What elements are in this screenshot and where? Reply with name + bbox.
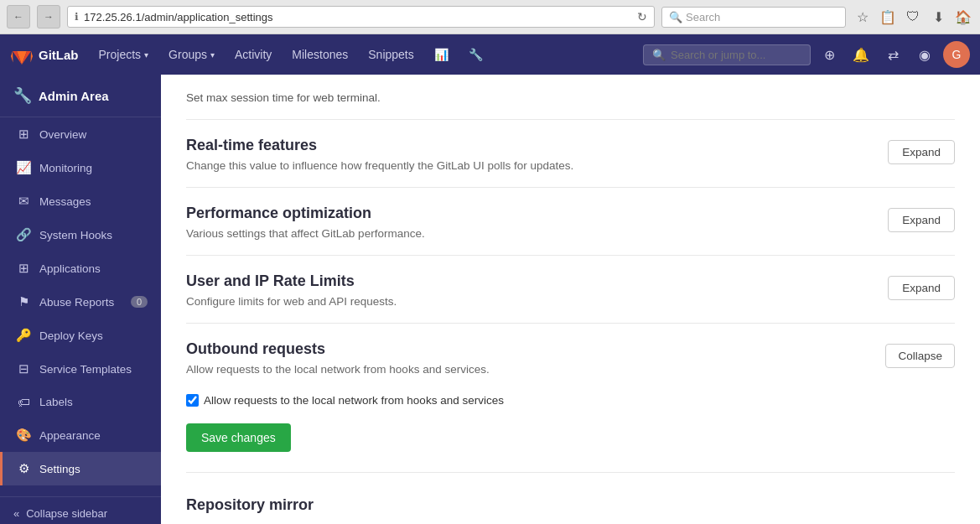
sidebar: 🔧 Admin Area ⊞ Overview 📈 Monitoring ✉ M… [0,75,161,524]
service-templates-icon: ⊟ [16,361,31,376]
sidebar-item-service-templates[interactable]: ⊟ Service Templates [0,352,161,386]
rate-limits-expand-button[interactable]: Expand [888,276,955,300]
sidebar-item-abuse-reports[interactable]: ⚑ Abuse Reports 0 [0,285,161,319]
nav-milestones[interactable]: Milestones [282,34,358,75]
search-icon: 🔍 [669,11,682,23]
sidebar-item-overview[interactable]: ⊞ Overview [0,117,161,151]
sidebar-item-label: System Hooks [39,229,148,241]
nav-snippets[interactable]: Snippets [358,34,423,75]
allow-local-network-label: Allow requests to the local network from… [204,394,504,407]
performance-optimization-desc: Various settings that affect GitLab perf… [186,227,425,240]
deploy-keys-icon: 🔑 [16,328,31,343]
reading-list-icon[interactable]: 📋 [878,7,898,27]
outbound-requests-collapse-button[interactable]: Collapse [885,344,955,368]
sidebar-item-system-hooks[interactable]: 🔗 System Hooks [0,218,161,252]
vpn-icon[interactable]: 🛡 [903,7,923,27]
sidebar-item-label: Settings [39,463,148,475]
nav-issue-icon[interactable]: ◉ [911,41,938,68]
gitlab-logo[interactable]: GitLab [10,43,79,66]
bookmark-star-icon[interactable]: ☆ [853,7,873,27]
monitoring-icon: 📈 [16,160,31,175]
nav-stats-icon[interactable]: 📊 [424,34,459,75]
security-icon: ℹ [75,11,79,23]
download-icon[interactable]: ⬇ [928,7,948,27]
applications-icon: ⊞ [16,261,31,276]
admin-wrench-icon: 🔧 [13,86,32,105]
nav-plus-icon[interactable]: ⊕ [816,41,843,68]
realtime-features-section: Real-time features Change this value to … [186,137,955,180]
performance-optimization-info: Performance optimization Various setting… [186,205,425,240]
nav-right: 🔍 ⊕ 🔔 ⇄ ◉ G [643,41,970,68]
messages-icon: ✉ [16,194,31,209]
outbound-checkbox-row: Allow requests to the local network from… [186,394,955,407]
collapse-sidebar-button[interactable]: « Collapse sidebar [0,496,161,524]
rate-limits-section: User and IP Rate Limits Configure limits… [186,272,955,316]
nav-search-box[interactable]: 🔍 [643,44,811,65]
sidebar-item-label: Appearance [39,429,148,442]
sidebar-item-appearance[interactable]: 🎨 Appearance [0,418,161,452]
settings-icon: ⚙ [16,461,31,476]
sidebar-item-label: Overview [39,128,148,141]
appearance-icon: 🎨 [16,428,31,443]
performance-optimization-section: Performance optimization Various setting… [186,205,955,248]
sidebar-item-labels[interactable]: 🏷 Labels [0,386,161,418]
collapse-sidebar-label: Collapse sidebar [26,507,107,520]
chevron-down-icon: ▾ [144,50,148,60]
repository-mirror-title: Repository mirror [186,490,955,514]
app-layout: 🔧 Admin Area ⊞ Overview 📈 Monitoring ✉ M… [0,75,980,524]
outbound-requests-header: Outbound requests Allow requests to the … [186,340,955,384]
nav-merge-request-icon[interactable]: ⇄ [879,41,906,68]
collapse-sidebar-icon: « [13,507,19,520]
nav-search-input[interactable] [671,49,801,61]
admin-area-label: Admin Area [39,89,109,103]
nav-search-icon: 🔍 [652,49,666,61]
outbound-requests-info: Outbound requests Allow requests to the … [186,340,490,376]
performance-optimization-title: Performance optimization [186,205,425,222]
admin-area-header: 🔧 Admin Area [0,75,161,117]
back-button[interactable]: ← [7,5,30,29]
sidebar-item-applications[interactable]: ⊞ Applications [0,252,161,285]
browser-chrome: ← → ℹ 172.25.26.1/admin/application_sett… [0,0,980,34]
sidebar-item-settings[interactable]: ⚙ Settings [0,452,161,485]
sidebar-item-label: Service Templates [39,363,148,376]
reload-button[interactable]: ↻ [637,10,647,23]
browser-search-placeholder: Search [686,11,720,23]
browser-toolbar: ☆ 📋 🛡 ⬇ 🏠 [853,7,973,27]
chevron-down-icon: ▾ [210,50,215,60]
forward-button[interactable]: → [37,5,60,29]
intro-text: Set max session time for web terminal. [186,91,955,104]
nav-groups[interactable]: Groups ▾ [158,34,225,75]
sidebar-item-label: Messages [39,195,148,208]
home-icon[interactable]: 🏠 [953,7,973,27]
performance-optimization-expand-button[interactable]: Expand [888,208,955,232]
save-changes-button[interactable]: Save changes [186,423,291,452]
outbound-requests-title: Outbound requests [186,340,490,358]
realtime-features-header: Real-time features Change this value to … [186,137,955,180]
section-divider [186,323,955,324]
rate-limits-header: User and IP Rate Limits Configure limits… [186,272,955,316]
browser-search-box[interactable]: 🔍 Search [661,7,846,28]
performance-optimization-header: Performance optimization Various setting… [186,205,955,248]
abuse-reports-icon: ⚑ [16,294,31,309]
nav-wrench-icon[interactable]: 🔧 [459,34,493,75]
sidebar-item-label: Monitoring [39,162,148,174]
sidebar-item-deploy-keys[interactable]: 🔑 Deploy Keys [0,319,161,352]
url-bar[interactable]: ℹ 172.25.26.1/admin/application_settings… [67,6,655,28]
rate-limits-desc: Configure limits for web and API request… [186,295,397,308]
allow-local-network-checkbox[interactable] [186,394,199,407]
realtime-features-info: Real-time features Change this value to … [186,137,573,172]
section-divider [186,472,955,473]
labels-icon: 🏷 [16,395,31,409]
gitlab-logo-text: GitLab [39,48,79,62]
outbound-requests-desc: Allow requests to the local network from… [186,363,490,376]
section-divider [186,119,955,120]
nav-bell-icon[interactable]: 🔔 [848,41,874,68]
nav-activity[interactable]: Activity [225,34,282,75]
nav-user-avatar[interactable]: G [943,41,970,68]
gitlab-logo-icon [10,43,34,66]
realtime-features-expand-button[interactable]: Expand [888,140,955,164]
rate-limits-title: User and IP Rate Limits [186,272,397,290]
sidebar-item-messages[interactable]: ✉ Messages [0,184,161,218]
sidebar-item-monitoring[interactable]: 📈 Monitoring [0,151,161,184]
nav-projects[interactable]: Projects ▾ [89,34,159,75]
